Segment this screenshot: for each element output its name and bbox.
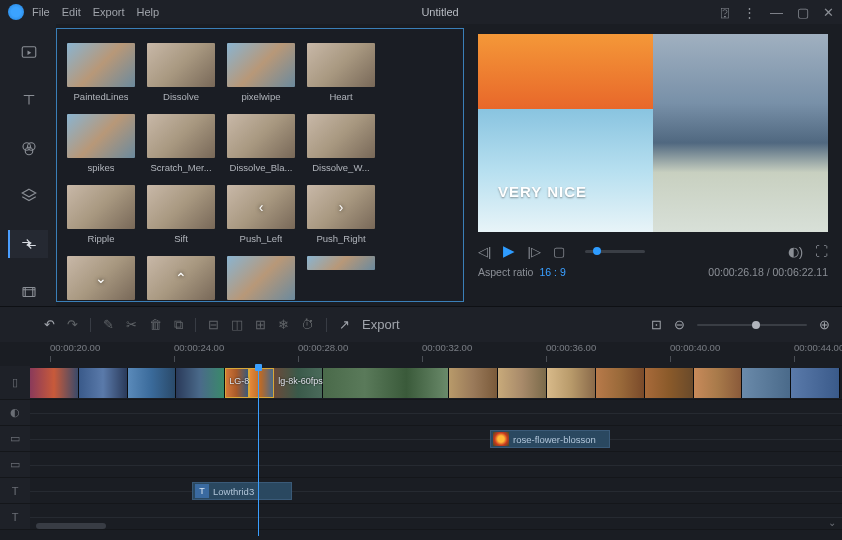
timeline-more-icon[interactable]: ⌄ [828, 517, 836, 528]
playhead[interactable] [258, 366, 259, 536]
menu-help[interactable]: Help [137, 6, 160, 18]
arrow-icon: ⌃ [175, 270, 187, 286]
video-clip[interactable] [128, 368, 177, 398]
video-clip[interactable] [30, 368, 79, 398]
effect-item[interactable]: ⌄Push_Down [67, 256, 135, 302]
video-clip[interactable] [742, 368, 791, 398]
cut-button[interactable]: ✂ [126, 317, 137, 332]
effect-thumb: ‹ [227, 185, 295, 229]
user-icon[interactable]: ⍰ [721, 5, 729, 20]
effect-item[interactable]: spikes [67, 114, 135, 173]
overlays-tab[interactable] [8, 182, 48, 210]
video-clip[interactable] [547, 368, 596, 398]
volume-icon[interactable]: ◐) [788, 244, 803, 259]
video-clip[interactable] [449, 368, 498, 398]
tracks-area[interactable]: LG-8lg-8k-60fps HDR NATURE basic30 ultra… [30, 366, 842, 530]
next-frame-button[interactable]: |▷ [527, 244, 540, 259]
text-tab[interactable] [8, 86, 48, 114]
effect-item[interactable]: ⌃Push_Up [147, 256, 215, 302]
effect-item[interactable]: pixelwipe [227, 43, 295, 102]
media-tab[interactable] [8, 38, 48, 66]
video-clip-strip[interactable]: LG-8lg-8k-60fps HDR NATURE basic30 ultra… [30, 368, 840, 398]
filters-tab[interactable] [8, 134, 48, 162]
video-clip[interactable] [791, 368, 840, 398]
video-clip[interactable] [249, 368, 274, 398]
text-track-2[interactable] [30, 504, 842, 530]
menu-export[interactable]: Export [93, 6, 125, 18]
overlay-track-2[interactable] [30, 452, 842, 478]
delete-button[interactable]: 🗑 [149, 317, 162, 332]
minimize-button[interactable]: — [770, 5, 783, 20]
playback-progress-thumb[interactable] [593, 247, 601, 255]
play-button[interactable]: ▶ [503, 242, 515, 260]
zoom-in-button[interactable]: ⊕ [819, 317, 830, 332]
track-text-icon[interactable]: T [0, 478, 30, 504]
text-track[interactable]: T Lowthrid3 [30, 478, 842, 504]
track-filter-icon[interactable]: ◐ [0, 400, 30, 426]
video-clip[interactable] [79, 368, 128, 398]
effect-item[interactable] [307, 256, 375, 302]
prev-frame-button[interactable]: ◁| [478, 244, 491, 259]
effect-item[interactable]: ‹Push_Left [227, 185, 295, 244]
effect-item[interactable]: Dissolve_W... [307, 114, 375, 173]
overlay-clip[interactable]: rose-flower-blosson [490, 430, 610, 448]
redo-button[interactable]: ↷ [67, 317, 78, 332]
crop-button[interactable]: ◫ [231, 317, 243, 332]
video-clip[interactable] [694, 368, 743, 398]
effects-panel[interactable]: PaintedLinesDissolvepixelwipeHeartspikes… [56, 28, 464, 302]
effect-label: spikes [88, 162, 115, 173]
effect-item[interactable]: Dissolve [147, 43, 215, 102]
effect-item[interactable]: Dissolve_Bla... [227, 114, 295, 173]
effect-item[interactable]: Sift [147, 185, 215, 244]
zoom-thumb[interactable] [752, 321, 760, 329]
export-label[interactable]: Export [362, 317, 400, 332]
video-track[interactable]: LG-8lg-8k-60fps HDR NATURE basic30 ultra… [30, 366, 842, 400]
effect-item[interactable]: Heart [307, 43, 375, 102]
track-overlay2-icon[interactable]: ▭ [0, 452, 30, 478]
stop-button[interactable]: ▢ [553, 244, 565, 259]
time-ruler[interactable]: 00:00:20.0000:00:24.0000:00:28.0000:00:3… [30, 342, 842, 366]
text-clip-icon: T [195, 484, 209, 498]
split-button[interactable]: ⊟ [208, 317, 219, 332]
edit-button[interactable]: ✎ [103, 317, 114, 332]
video-clip[interactable]: LG-8 [225, 368, 249, 398]
effect-item[interactable]: Ripple [67, 185, 135, 244]
text-clip[interactable]: T Lowthrid3 [192, 482, 292, 500]
freeze-button[interactable]: ❄ [278, 317, 289, 332]
preview-screen[interactable]: VERY NICE [478, 34, 828, 232]
video-clip[interactable] [323, 368, 449, 398]
close-button[interactable]: ✕ [823, 5, 834, 20]
video-clip[interactable] [645, 368, 694, 398]
video-clip[interactable]: lg-8k-60fps HDR NATURE basic30 ultra hd … [274, 368, 323, 398]
transitions-tab[interactable] [8, 230, 48, 258]
menu-file[interactable]: File [32, 6, 50, 18]
video-clip[interactable] [498, 368, 547, 398]
fit-button[interactable]: ⊡ [651, 317, 662, 332]
effect-item[interactable]: PaintedLines [67, 43, 135, 102]
effect-item[interactable]: Scratch_Mer... [147, 114, 215, 173]
effect-item[interactable]: Scratch_Dust [227, 256, 295, 302]
playback-progress[interactable] [585, 250, 645, 253]
maximize-button[interactable]: ▢ [797, 5, 809, 20]
filter-track[interactable] [30, 400, 842, 426]
track-video-icon[interactable]: ▯ [0, 366, 30, 400]
mosaic-button[interactable]: ⊞ [255, 317, 266, 332]
zoom-slider[interactable] [697, 324, 807, 326]
elements-tab[interactable] [8, 278, 48, 306]
export-toolbar-button[interactable]: ↗ [339, 317, 350, 332]
copy-button[interactable]: ⧉ [174, 317, 183, 333]
aspect-ratio-value[interactable]: 16 : 9 [539, 266, 565, 278]
track-overlay-icon[interactable]: ▭ [0, 426, 30, 452]
video-clip[interactable] [596, 368, 645, 398]
timeline-scrollbar[interactable] [36, 523, 106, 529]
track-text2-icon[interactable]: T [0, 504, 30, 530]
video-clip[interactable] [176, 368, 225, 398]
effect-item[interactable]: ›Push_Right [307, 185, 375, 244]
overlay-track[interactable]: rose-flower-blosson [30, 426, 842, 452]
undo-button[interactable]: ↶ [44, 317, 55, 332]
speed-button[interactable]: ⏱ [301, 317, 314, 332]
zoom-out-button[interactable]: ⊖ [674, 317, 685, 332]
menu-edit[interactable]: Edit [62, 6, 81, 18]
fullscreen-icon[interactable]: ⛶ [815, 244, 828, 259]
more-icon[interactable]: ⋮ [743, 5, 756, 20]
